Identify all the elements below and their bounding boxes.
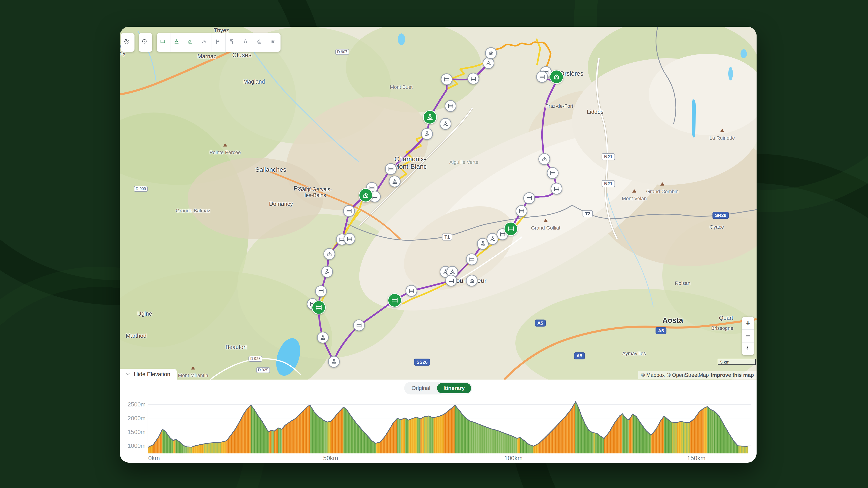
- poi-filter-lodging[interactable]: [157, 33, 170, 52]
- tent-marker[interactable]: [421, 128, 433, 140]
- tent-icon: [331, 359, 337, 365]
- settings-button[interactable]: [121, 33, 134, 52]
- selected-bed-marker[interactable]: [312, 300, 326, 315]
- selected-hut-marker[interactable]: [359, 188, 373, 202]
- bed-marker[interactable]: [385, 163, 397, 175]
- poi-filter-photo[interactable]: [267, 33, 281, 52]
- map-navigation-controls: + −: [742, 317, 754, 355]
- hut-marker[interactable]: [323, 248, 335, 260]
- poi-filter-toolbar: [157, 33, 281, 52]
- poi-filter-waypoint[interactable]: [212, 33, 225, 52]
- poi-filter-mountain-hut[interactable]: [184, 33, 198, 52]
- tent-marker[interactable]: [328, 356, 340, 367]
- chevron-down-icon: [125, 371, 131, 377]
- poi-filter-restaurant[interactable]: [225, 33, 239, 52]
- road-shield: D 925: [248, 356, 262, 362]
- improve-map-link[interactable]: Improve this map: [711, 372, 754, 378]
- tent-icon: [174, 39, 181, 46]
- poi-filter-summit[interactable]: [198, 33, 212, 52]
- zoom-in-button[interactable]: +: [742, 317, 754, 329]
- bed-marker[interactable]: [547, 167, 559, 179]
- tent-icon: [480, 241, 486, 247]
- road-shield: N21: [602, 180, 615, 187]
- bed-marker[interactable]: [344, 233, 355, 245]
- bed-icon: [444, 76, 450, 83]
- tent-marker[interactable]: [389, 175, 401, 187]
- bed-icon: [539, 74, 545, 80]
- road-shield: D 925: [256, 367, 270, 373]
- bed-marker[interactable]: [343, 205, 355, 217]
- bed-marker[interactable]: [467, 73, 479, 85]
- road-shield: D 907: [335, 49, 349, 55]
- bed-icon: [550, 170, 556, 176]
- compass-button[interactable]: [139, 33, 152, 52]
- road-shield: D 909: [134, 186, 148, 192]
- map-canvas[interactable]: ThyezMarnazClusesMaglanderre-ignyMont Bu…: [120, 27, 756, 380]
- reset-bearing-button[interactable]: [742, 342, 754, 355]
- toggle-itinerary-button[interactable]: Itinerary: [437, 383, 471, 393]
- svg-text:100km: 100km: [504, 455, 523, 462]
- bed-icon: [470, 76, 476, 82]
- droplet-icon: [243, 39, 250, 46]
- selected-bed-marker[interactable]: [388, 293, 402, 307]
- bed-marker[interactable]: [466, 254, 477, 265]
- hut-icon: [469, 278, 475, 284]
- scale-label: 5 km: [720, 360, 730, 364]
- profile-toggle: Original Itinerary: [404, 382, 472, 394]
- bed-icon: [554, 186, 560, 192]
- osm-attribution-link[interactable]: © OpenStreetMap: [667, 372, 709, 378]
- tent-icon: [324, 269, 330, 275]
- poi-filter-camping[interactable]: [170, 33, 184, 52]
- bed-marker[interactable]: [441, 73, 453, 85]
- road-shield: T1: [442, 234, 452, 240]
- tent-marker[interactable]: [440, 118, 452, 130]
- bed-icon: [388, 166, 394, 172]
- tent-marker[interactable]: [483, 57, 494, 69]
- bed-marker[interactable]: [405, 285, 417, 297]
- hut-marker[interactable]: [538, 153, 550, 165]
- toggle-original-button[interactable]: Original: [405, 383, 437, 393]
- elevation-panel: 2500m2000m1500m1000m0km50km100km150km Or…: [120, 380, 756, 463]
- hide-elevation-label: Hide Elevation: [134, 371, 170, 378]
- poi-filter-shop[interactable]: [253, 33, 267, 52]
- bed-icon: [391, 297, 398, 304]
- bed-marker[interactable]: [353, 320, 365, 331]
- svg-text:2500m: 2500m: [128, 401, 146, 408]
- tent-icon: [450, 269, 456, 275]
- zoom-out-button[interactable]: −: [742, 329, 754, 342]
- selected-tent-marker[interactable]: [423, 110, 437, 124]
- poi-filter-water[interactable]: [239, 33, 253, 52]
- road-shield: A5: [574, 352, 585, 359]
- svg-text:1500m: 1500m: [128, 429, 146, 435]
- hide-elevation-button[interactable]: Hide Elevation: [120, 369, 177, 380]
- bed-marker[interactable]: [315, 285, 327, 297]
- flag-icon: [215, 39, 222, 46]
- bed-marker[interactable]: [445, 275, 457, 287]
- hut-icon: [362, 192, 369, 199]
- bed-marker[interactable]: [516, 205, 527, 217]
- hut-marker[interactable]: [466, 275, 477, 287]
- bed-icon: [469, 256, 475, 263]
- bed-marker[interactable]: [536, 71, 548, 83]
- road-shield: SS26: [414, 359, 430, 366]
- hut-icon: [553, 73, 560, 80]
- bed-icon: [356, 322, 362, 328]
- selected-hut-marker[interactable]: [550, 70, 563, 84]
- tent-marker[interactable]: [317, 332, 329, 344]
- hut-icon: [327, 251, 333, 257]
- compass-needle-icon: [745, 346, 751, 352]
- bed-icon: [346, 236, 352, 242]
- selected-bed-marker[interactable]: [504, 222, 518, 236]
- svg-text:50km: 50km: [323, 455, 338, 462]
- bed-marker[interactable]: [523, 192, 535, 204]
- mapbox-attribution-link[interactable]: © Mapbox: [641, 372, 665, 378]
- hut-marker[interactable]: [485, 47, 497, 59]
- camera-icon: [270, 39, 277, 46]
- bed-marker[interactable]: [551, 183, 562, 195]
- compass-icon: [142, 39, 149, 46]
- bed-marker[interactable]: [445, 100, 456, 112]
- route-planner-window: ThyezMarnazClusesMaglanderre-ignyMont Bu…: [120, 27, 756, 463]
- tent-marker[interactable]: [321, 266, 333, 278]
- tent-icon: [486, 60, 492, 66]
- mountain-icon: [202, 39, 209, 46]
